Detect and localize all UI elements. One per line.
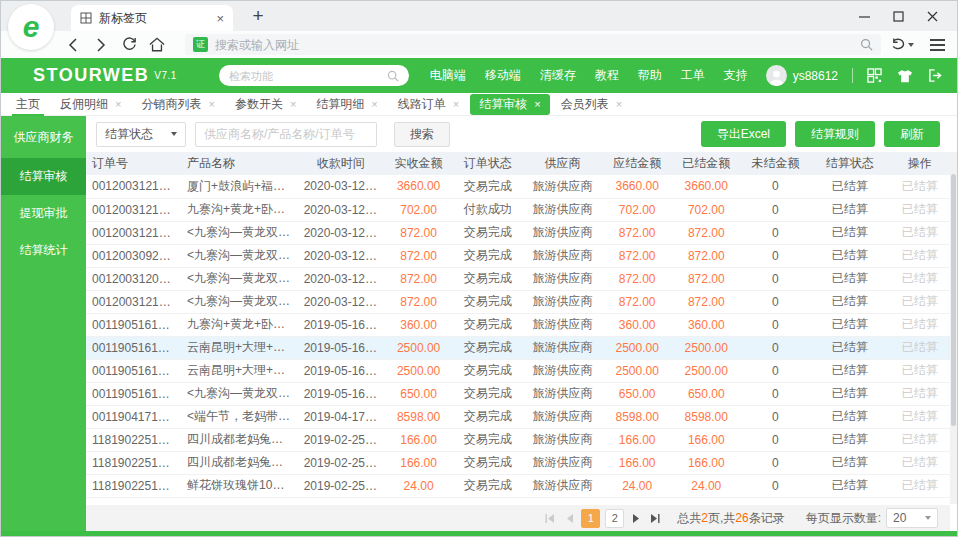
table-row[interactable]: 00119051615584... 云南昆明+大理+丽江+洱海+... 2019… xyxy=(86,359,950,382)
table-row[interactable]: 00120031216014... 厦门+鼓浪屿+福建土楼5日4... 2020… xyxy=(86,175,950,198)
tab-close-icon[interactable]: × xyxy=(453,98,459,110)
app-tab[interactable]: 结算审核 × xyxy=(470,94,549,115)
column-header[interactable]: 收款时间 xyxy=(298,152,384,175)
address-bar[interactable]: 证 xyxy=(185,34,881,55)
column-header[interactable]: 结算状态 xyxy=(810,152,889,175)
app-tab[interactable]: 线路订单 × xyxy=(389,94,468,115)
settled-action-link[interactable]: 已结算 xyxy=(889,290,950,313)
column-header[interactable]: 实收金额 xyxy=(384,152,453,175)
close-button[interactable] xyxy=(915,1,949,31)
tab-close-icon[interactable]: × xyxy=(216,11,224,26)
app-tab[interactable]: 结算明细 × xyxy=(307,94,386,115)
menu-icon[interactable] xyxy=(930,39,945,51)
refresh-button[interactable] xyxy=(115,33,143,57)
app-tab[interactable]: 会员列表 × xyxy=(552,94,631,115)
table-row[interactable]: 11819022518113... 四川成都老妈兔头麻辣兔腿自... 2019-… xyxy=(86,428,950,451)
table-row[interactable]: 00119041713483... <端午节，老妈带你台湾新体... 2019-… xyxy=(86,405,950,428)
tab-close-icon[interactable]: × xyxy=(115,98,121,110)
settled-action-link[interactable]: 已结算 xyxy=(889,198,950,221)
function-search-input[interactable] xyxy=(229,70,387,82)
export-excel-button[interactable]: 导出Excel xyxy=(701,121,786,147)
header-menu-item[interactable]: 移动端 xyxy=(485,67,521,84)
column-header[interactable]: 产品名称 xyxy=(181,152,298,175)
header-menu-item[interactable]: 帮助 xyxy=(638,67,662,84)
last-page-icon[interactable] xyxy=(648,509,662,527)
header-menu-item[interactable]: 清缓存 xyxy=(540,67,576,84)
tab-close-icon[interactable]: × xyxy=(208,98,214,110)
column-header[interactable]: 操作 xyxy=(889,152,950,175)
qr-code-icon[interactable] xyxy=(867,68,882,83)
table-row[interactable]: 00120031214093... <九寨沟—黄龙双汽三日游>... 2020-… xyxy=(86,221,950,244)
prev-page-icon[interactable] xyxy=(562,509,576,527)
column-header[interactable]: 已结金额 xyxy=(672,152,741,175)
table-row[interactable]: 00120031209313... <九寨沟—黄龙双汽三日游>... 2020-… xyxy=(86,267,950,290)
page-number-button[interactable]: 1 xyxy=(581,509,600,528)
home-button[interactable] xyxy=(143,33,171,57)
table-row[interactable]: 00119051616153... 九寨沟+黄龙+卧龙熊猫谷+都... 2019… xyxy=(86,313,950,336)
settled-action-link[interactable]: 已结算 xyxy=(889,175,950,198)
sidebar-item[interactable]: 结算统计 xyxy=(1,232,86,269)
search-icon[interactable] xyxy=(860,38,873,51)
settled-action-link[interactable]: 已结算 xyxy=(889,221,950,244)
page-number-button[interactable]: 2 xyxy=(605,509,624,528)
settled-action-link[interactable]: 已结算 xyxy=(889,428,950,451)
sidebar-item[interactable]: 结算审核 xyxy=(1,158,86,195)
table-row[interactable]: 00120031216000... 九寨沟+黄龙+卧龙熊猫谷+都... 2020… xyxy=(86,198,950,221)
first-page-icon[interactable] xyxy=(543,509,557,527)
table-row[interactable]: 00119051615540... <九寨沟—黄龙双汽三日游>... 2019-… xyxy=(86,382,950,405)
table-row[interactable]: 11819022517415... 鲜花饼玫瑰饼10枚礼盒装（... 2019-… xyxy=(86,474,950,497)
settled-action-link[interactable]: 已结算 xyxy=(889,244,950,267)
sidebar-item[interactable]: 提现审批 xyxy=(1,195,86,232)
new-tab-button[interactable]: + xyxy=(245,3,271,29)
settle-rules-button[interactable]: 结算规则 xyxy=(795,121,875,147)
function-search-box[interactable] xyxy=(219,65,409,86)
browser-tab[interactable]: 新标签页 × xyxy=(71,5,233,31)
address-input[interactable] xyxy=(215,38,853,52)
settled-action-link[interactable]: 已结算 xyxy=(889,451,950,474)
browser-logo-icon[interactable]: e xyxy=(8,4,54,50)
column-header[interactable]: 订单号 xyxy=(86,152,181,175)
table-row[interactable]: 00119051616014... 云南昆明+大理+丽江+洱海+... 2019… xyxy=(86,336,950,359)
settled-action-link[interactable]: 已结算 xyxy=(889,336,950,359)
tab-close-icon[interactable]: × xyxy=(534,98,540,110)
logout-icon[interactable] xyxy=(928,68,943,83)
search-icon[interactable] xyxy=(387,70,399,82)
minimize-button[interactable] xyxy=(847,1,881,31)
settled-action-link[interactable]: 已结算 xyxy=(889,267,950,290)
next-page-icon[interactable] xyxy=(629,509,643,527)
column-header[interactable]: 应结金额 xyxy=(603,152,672,175)
scrollbar-thumb[interactable] xyxy=(951,174,956,426)
settled-action-link[interactable]: 已结算 xyxy=(889,474,950,497)
table-row[interactable]: 00120031210523... <九寨沟—黄龙双汽三日游>... 2020-… xyxy=(86,290,950,313)
header-menu-item[interactable]: 支持 xyxy=(724,67,748,84)
app-tab[interactable]: 参数开关 × xyxy=(226,94,305,115)
app-tab[interactable]: 主页 xyxy=(7,94,49,115)
recently-closed-button[interactable] xyxy=(891,38,914,51)
table-row[interactable]: 00120030923040... <九寨沟—黄龙双汽三日游>... 2020-… xyxy=(86,244,950,267)
table-row[interactable]: 11819022518113... 四川成都老妈兔头麻辣兔腿自... 2019-… xyxy=(86,451,950,474)
vertical-scrollbar[interactable] xyxy=(950,152,957,504)
tab-close-icon[interactable]: × xyxy=(290,98,296,110)
header-menu-item[interactable]: 教程 xyxy=(595,67,619,84)
settle-status-select[interactable]: 结算状态 xyxy=(96,122,186,147)
header-menu-item[interactable]: 电脑端 xyxy=(430,67,466,84)
settled-action-link[interactable]: 已结算 xyxy=(889,405,950,428)
tab-close-icon[interactable]: × xyxy=(371,98,377,110)
header-menu-item[interactable]: 工单 xyxy=(681,67,705,84)
refresh-button[interactable]: 刷新 xyxy=(884,121,940,147)
maximize-button[interactable] xyxy=(881,1,915,31)
back-button[interactable] xyxy=(59,33,87,57)
column-header[interactable]: 供应商 xyxy=(522,152,602,175)
search-button[interactable]: 搜索 xyxy=(394,122,450,147)
user-info[interactable]: ys88612 xyxy=(766,65,838,86)
app-tab[interactable]: 反佣明细 × xyxy=(51,94,130,115)
app-tab[interactable]: 分销商列表 × xyxy=(132,94,223,115)
page-size-select[interactable]: 20 xyxy=(886,508,938,528)
forward-button[interactable] xyxy=(87,33,115,57)
column-header[interactable]: 订单状态 xyxy=(453,152,522,175)
tab-close-icon[interactable]: × xyxy=(616,98,622,110)
settled-action-link[interactable]: 已结算 xyxy=(889,313,950,336)
keyword-input[interactable] xyxy=(195,122,377,147)
settled-action-link[interactable]: 已结算 xyxy=(889,382,950,405)
skin-theme-icon[interactable] xyxy=(897,69,913,83)
